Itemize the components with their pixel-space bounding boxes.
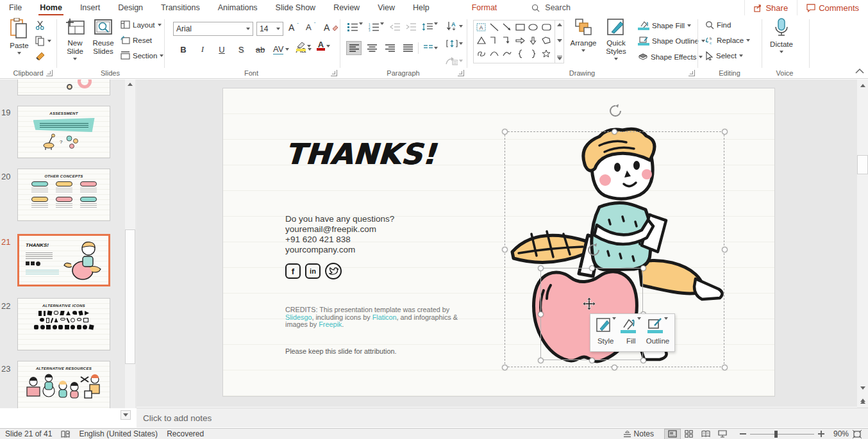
inner-handle-mid-left[interactable]	[538, 311, 544, 317]
inner-rotate-handle-icon[interactable]	[587, 243, 601, 257]
text-highlight-button[interactable]	[296, 41, 311, 51]
rotate-handle-icon[interactable]	[608, 104, 622, 118]
thumbnail-slide-19[interactable]: ASSESSMENT ?	[17, 106, 110, 158]
select-button[interactable]: Select	[705, 51, 743, 60]
arrange-button[interactable]: Arrange	[568, 18, 599, 52]
shadow-button[interactable]: S	[235, 42, 247, 56]
drawing-dialog-launcher[interactable]	[689, 70, 695, 76]
menu-design[interactable]: Design	[109, 1, 152, 15]
inner-handle-top-center[interactable]	[589, 265, 595, 271]
align-right-button[interactable]	[382, 41, 397, 55]
main-scroll-up-button[interactable]	[857, 81, 868, 90]
shape-gallery[interactable]: A	[473, 20, 555, 63]
decrease-indent-icon[interactable]	[390, 23, 400, 31]
shape-right-brace-icon[interactable]	[527, 48, 539, 59]
thumbnail-slide-18-partial[interactable]	[17, 79, 110, 95]
bullets-button[interactable]	[347, 22, 363, 31]
italic-button[interactable]: I	[196, 42, 209, 56]
font-color-button[interactable]: A	[317, 41, 330, 51]
copy-button[interactable]	[35, 36, 51, 46]
section-button[interactable]: Section	[121, 51, 163, 60]
thumbnail-scrollbar-thumb[interactable]	[125, 229, 135, 364]
selection-handle-top-left[interactable]	[502, 129, 508, 135]
language-status[interactable]: English (United States)	[79, 429, 158, 438]
selection-handle-top-right[interactable]	[722, 129, 728, 135]
zoom-in-button[interactable]	[818, 431, 824, 437]
main-scrollbar[interactable]	[857, 79, 868, 426]
font-family-combo[interactable]: Arial	[173, 22, 253, 36]
thumbnail-slide-20[interactable]: OTHER CONCEPTS	[17, 169, 110, 221]
inner-handle-bottom-right[interactable]	[640, 358, 646, 363]
align-left-button[interactable]	[346, 41, 362, 55]
columns-button[interactable]	[421, 41, 440, 55]
dictate-button[interactable]: Dictate	[767, 18, 796, 53]
selection-handle-bottom-right[interactable]	[722, 365, 728, 370]
menu-view[interactable]: View	[369, 1, 404, 15]
fit-to-window-button[interactable]	[849, 429, 865, 439]
shape-curve-icon[interactable]	[501, 48, 513, 59]
cut-button[interactable]	[35, 21, 45, 30]
accessibility-checker[interactable]	[61, 430, 70, 438]
menu-help[interactable]: Help	[404, 1, 438, 15]
selection-handle-bottom-left[interactable]	[502, 365, 508, 370]
zoom-level-indicator[interactable]: 90%	[833, 429, 849, 438]
inner-handle-top-left[interactable]	[538, 265, 544, 271]
menu-insert[interactable]: Insert	[71, 1, 109, 15]
new-slide-button[interactable]: New Slide	[62, 18, 88, 60]
credits-link-flaticon[interactable]: Flaticon	[372, 313, 397, 321]
zoom-out-button[interactable]	[740, 433, 746, 435]
shape-fill-button[interactable]: Shape Fill	[638, 21, 691, 30]
shape-gallery-up-icon[interactable]	[557, 23, 562, 26]
replace-button[interactable]: bc Replace	[705, 36, 750, 45]
shape-triangle-icon[interactable]	[475, 35, 487, 46]
numbering-button[interactable]: 123	[369, 22, 384, 31]
linkedin-icon[interactable]: in	[305, 263, 321, 279]
shape-elbow-arrow-icon[interactable]	[501, 35, 513, 46]
zoom-slider[interactable]	[750, 429, 814, 439]
shape-arrow-icon[interactable]	[501, 22, 513, 33]
thumbnail-slide-22[interactable]: ALTERNATIVE ICONS	[17, 298, 110, 351]
main-scrollbar-thumb[interactable]	[857, 155, 868, 174]
paragraph-dialog-launcher[interactable]	[458, 70, 464, 76]
collapse-ribbon-icon[interactable]	[855, 68, 864, 74]
shape-oval-icon[interactable]	[527, 22, 539, 33]
paste-button[interactable]: Paste	[5, 18, 33, 54]
grow-font-button[interactable]: Aˆ	[288, 22, 299, 33]
quick-styles-button[interactable]: Quick Styles	[600, 18, 632, 60]
notes-pane[interactable]: Click to add notes	[137, 408, 868, 427]
shape-elbow-connector-icon[interactable]	[488, 35, 500, 46]
fill-button[interactable]: Fill	[621, 317, 641, 350]
thumbnail-slide-23[interactable]: ALTERNATIVE RESOURCES	[17, 361, 110, 408]
line-spacing-button[interactable]	[422, 22, 438, 31]
slide-indicator[interactable]: Slide 21 of 41	[5, 429, 52, 438]
format-painter-button[interactable]	[35, 51, 46, 62]
previous-slide-button[interactable]	[857, 396, 868, 406]
align-text-button[interactable]	[446, 38, 463, 49]
shape-gallery-scroll[interactable]	[555, 20, 564, 63]
credits-link-freepik[interactable]: Freepik	[319, 320, 342, 328]
underline-button[interactable]: U	[215, 42, 228, 56]
thumbnail-scroll-down-button[interactable]	[121, 410, 131, 420]
selection-handle-mid-right[interactable]	[722, 247, 728, 253]
outline-button[interactable]: Outline	[646, 317, 669, 350]
shape-down-arrow-icon[interactable]	[527, 35, 539, 46]
notes-placeholder[interactable]: Click to add notes	[143, 413, 212, 423]
normal-view-button[interactable]	[664, 429, 681, 439]
thumbnail-scrollbar[interactable]	[125, 79, 135, 408]
strikethrough-button[interactable]: ab	[254, 42, 267, 56]
text-direction-button[interactable]: A	[446, 21, 463, 31]
shrink-font-button[interactable]: Aˇ	[306, 22, 315, 32]
menu-review[interactable]: Review	[324, 1, 369, 15]
comments-button[interactable]: Comments	[797, 0, 868, 15]
reset-button[interactable]: Reset	[121, 36, 152, 44]
bold-button[interactable]: B	[177, 42, 190, 56]
menu-animations[interactable]: Animations	[209, 1, 267, 15]
shape-gallery-more-icon[interactable]	[557, 56, 562, 61]
clear-formatting-button[interactable]: A	[324, 22, 338, 33]
shape-gallery-down-icon[interactable]	[557, 39, 562, 42]
inner-handle-bottom-left[interactable]	[538, 358, 544, 363]
character-spacing-button[interactable]: AV	[273, 42, 289, 56]
selection-handle-bottom-center[interactable]	[612, 365, 617, 370]
reuse-slides-button[interactable]: Reuse Slides	[90, 18, 117, 56]
align-center-button[interactable]	[364, 41, 380, 55]
